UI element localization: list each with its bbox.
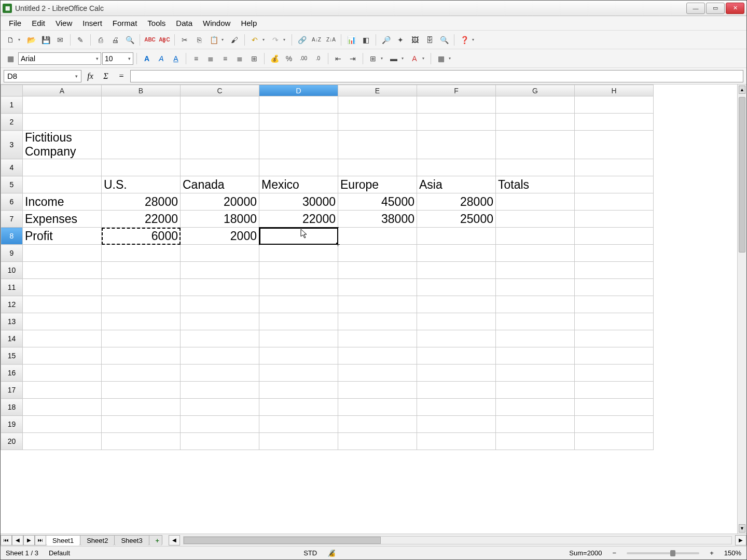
cell-H6[interactable] (575, 193, 654, 211)
zoom-slider[interactable] (627, 552, 699, 554)
email-icon[interactable]: ✉ (53, 33, 67, 47)
cell-B10[interactable] (102, 262, 181, 279)
minimize-button[interactable]: — (686, 3, 705, 14)
hscroll-right-icon[interactable]: ▶ (735, 535, 746, 545)
cell-H17[interactable] (575, 382, 654, 399)
chart-icon[interactable]: 📊 (344, 33, 358, 47)
format-overflow-icon[interactable]: ▾ (449, 56, 454, 61)
cell-A10[interactable] (23, 262, 102, 279)
new-dropdown-icon[interactable]: ▾ (18, 37, 23, 42)
cell-E20[interactable] (338, 433, 417, 450)
cell-D3[interactable] (259, 131, 338, 159)
cut-icon[interactable]: ✂ (178, 33, 191, 47)
row-header-7[interactable]: 7 (1, 211, 23, 228)
paste-dropdown-icon[interactable]: ▾ (222, 37, 227, 42)
cell-F9[interactable] (417, 245, 496, 262)
cell-H3[interactable] (575, 131, 654, 159)
cell-F12[interactable] (417, 296, 496, 313)
spellcheck-icon[interactable]: ABC (143, 33, 157, 47)
cell-A16[interactable] (23, 365, 102, 382)
cell-B6[interactable]: 28000 (102, 193, 181, 211)
cell-D16[interactable] (259, 365, 338, 382)
italic-icon[interactable]: A (155, 52, 168, 65)
cell-H7[interactable] (575, 211, 654, 228)
cell-A15[interactable] (23, 347, 102, 365)
cell-H18[interactable] (575, 399, 654, 416)
underline-icon[interactable]: A (169, 52, 183, 65)
cell-G20[interactable] (496, 433, 575, 450)
cell-B1[interactable] (102, 96, 181, 114)
font-name-combo[interactable]: Arial▾ (18, 52, 101, 65)
cell-B4[interactable] (102, 159, 181, 176)
menu-format[interactable]: Format (107, 17, 143, 30)
increase-indent-icon[interactable]: ⇥ (346, 52, 359, 65)
cell-E7[interactable]: 38000 (338, 211, 417, 228)
cell-E15[interactable] (338, 347, 417, 365)
row-header-10[interactable]: 10 (1, 262, 23, 279)
cell-F6[interactable]: 28000 (417, 193, 496, 211)
cell-G18[interactable] (496, 399, 575, 416)
redo-icon[interactable]: ↷ (269, 33, 282, 47)
cell-H9[interactable] (575, 245, 654, 262)
cell-F14[interactable] (417, 330, 496, 347)
cell-C7[interactable]: 18000 (181, 211, 259, 228)
cell-A8[interactable]: Profit (23, 228, 102, 245)
cell-G10[interactable] (496, 262, 575, 279)
cell-G9[interactable] (496, 245, 575, 262)
borders-dropdown-icon[interactable]: ▾ (381, 56, 386, 61)
cell-F2[interactable] (417, 114, 496, 131)
cell-B11[interactable] (102, 279, 181, 296)
cell-F18[interactable] (417, 399, 496, 416)
cell-B3[interactable] (102, 131, 181, 159)
cell-E8[interactable] (338, 228, 417, 245)
cell-G13[interactable] (496, 313, 575, 330)
show-draw-icon[interactable]: ◧ (359, 33, 372, 47)
col-header-A[interactable]: A (23, 85, 102, 96)
row-header-13[interactable]: 13 (1, 313, 23, 330)
bold-icon[interactable]: A (140, 52, 154, 65)
cell-F10[interactable] (417, 262, 496, 279)
borders-icon[interactable]: ⊞ (366, 52, 380, 65)
cell-E14[interactable] (338, 330, 417, 347)
align-left-icon[interactable]: ≡ (189, 52, 203, 65)
tab-next-icon[interactable]: ▶ (23, 535, 35, 545)
hscroll-left-icon[interactable]: ◀ (169, 535, 180, 545)
hyperlink-icon[interactable]: 🔗 (295, 33, 309, 47)
tab-prev-icon[interactable]: ◀ (12, 535, 23, 545)
cell-C17[interactable] (181, 382, 259, 399)
sheet-tab-2[interactable]: Sheet2 (80, 535, 115, 545)
cell-D11[interactable] (259, 279, 338, 296)
cell-E2[interactable] (338, 114, 417, 131)
equals-icon[interactable]: = (115, 70, 128, 82)
cell-G2[interactable] (496, 114, 575, 131)
bgcolor-icon[interactable]: ▬ (387, 52, 400, 65)
cell-H20[interactable] (575, 433, 654, 450)
cell-C16[interactable] (181, 365, 259, 382)
autospell-icon[interactable]: AḆC (158, 33, 171, 47)
row-header-20[interactable]: 20 (1, 433, 23, 450)
edit-icon[interactable]: ✎ (74, 33, 87, 47)
cell-C13[interactable] (181, 313, 259, 330)
sort-asc-icon[interactable]: A↓Z (310, 33, 323, 47)
cell-H8[interactable] (575, 228, 654, 245)
font-size-combo[interactable]: 10▾ (102, 52, 133, 65)
navigator-icon[interactable]: ✦ (394, 33, 407, 47)
cell-B13[interactable] (102, 313, 181, 330)
cell-D14[interactable] (259, 330, 338, 347)
hscroll-thumb[interactable] (184, 537, 381, 544)
zoom-out-icon[interactable]: − (613, 549, 617, 557)
cell-C15[interactable] (181, 347, 259, 365)
cell-H12[interactable] (575, 296, 654, 313)
grid-lines-icon[interactable]: ▦ (434, 52, 448, 65)
cell-E6[interactable]: 45000 (338, 193, 417, 211)
function-wizard-icon[interactable]: fx (84, 70, 97, 82)
menu-tools[interactable]: Tools (142, 17, 171, 30)
cell-E11[interactable] (338, 279, 417, 296)
cell-E13[interactable] (338, 313, 417, 330)
cell-A3[interactable]: Fictitious Company (23, 131, 102, 159)
cell-F20[interactable] (417, 433, 496, 450)
cell-C3[interactable] (181, 131, 259, 159)
print-icon[interactable]: 🖨 (108, 33, 122, 47)
cell-F1[interactable] (417, 96, 496, 114)
row-header-8[interactable]: 8 (1, 228, 23, 245)
